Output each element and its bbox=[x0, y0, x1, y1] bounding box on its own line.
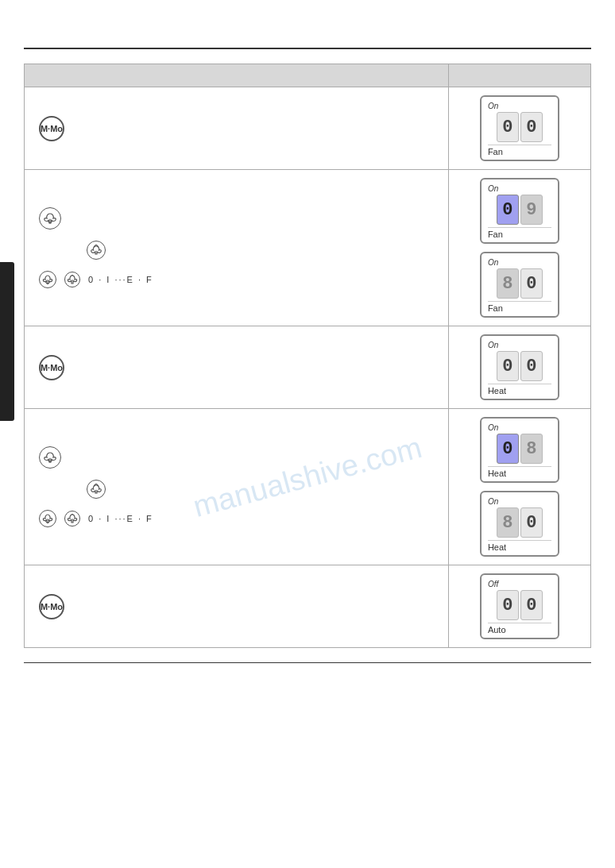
fan-down-step bbox=[39, 207, 434, 230]
row-heat-mode-right: On 0 0 Heat bbox=[448, 326, 590, 409]
lcd-digits-row-1: 0 9 bbox=[488, 195, 551, 225]
lcd-digit-1b: 9 bbox=[520, 195, 543, 225]
table-row: M·Mo On 0 0 Heat bbox=[25, 326, 591, 409]
lcd-heat-label-1: Heat bbox=[488, 466, 551, 478]
row-fan-speed-left: 0 · I ···E · F bbox=[25, 170, 449, 326]
heat-fan-down-icon[interactable] bbox=[39, 446, 61, 469]
lcd-hs2-digit-1: 8 bbox=[497, 507, 519, 538]
fan-up-step bbox=[39, 241, 434, 260]
lcd-heat-label-2: Heat bbox=[488, 540, 551, 552]
row-fan-speed-right: On 0 9 Fan On 8 0 bbox=[448, 170, 590, 326]
lcd-on-label: On bbox=[488, 102, 551, 110]
lcd-heat-digit-1: 0 bbox=[497, 351, 519, 381]
lcd-fan-speed-1: On 0 9 Fan bbox=[480, 178, 559, 244]
lcd-auto-digit-2: 0 bbox=[520, 590, 543, 620]
row-heat-mode-content: M·Mo bbox=[39, 350, 434, 385]
header-right bbox=[448, 64, 590, 87]
bottom-rule bbox=[24, 662, 591, 663]
heat-fan-down-icon-2[interactable] bbox=[39, 510, 56, 527]
lcd-auto-digit-1: 0 bbox=[497, 590, 519, 620]
row-fan-speed-content: 0 · I ···E · F bbox=[39, 204, 434, 291]
lcd-heat-digit-2: 0 bbox=[520, 351, 543, 381]
lcd-auto-mode: Off 0 0 Auto bbox=[480, 573, 559, 639]
fan-down-icon-2[interactable] bbox=[39, 271, 56, 288]
lcd-digits-heat: 0 0 bbox=[488, 351, 551, 381]
header-left bbox=[25, 64, 449, 87]
mode-button-icon-auto[interactable]: M·Mo bbox=[39, 594, 64, 619]
table-row: 0 · I ···E · F On 0 8 Heat bbox=[25, 409, 591, 565]
auto-mode-icon-row: M·Mo bbox=[39, 594, 434, 619]
row-heat-speed-left: 0 · I ···E · F bbox=[25, 409, 449, 565]
row-heat-speed-content: 0 · I ···E · F bbox=[39, 443, 434, 530]
lcd-on-label-2: On bbox=[488, 258, 551, 267]
lcd-digit-1a: 0 bbox=[497, 195, 519, 225]
mode-icon-row: M·Mo bbox=[39, 116, 434, 141]
main-table: M·Mo On 0 0 Fan bbox=[24, 64, 591, 648]
lcd-hs2-digit-2: 0 bbox=[520, 507, 543, 538]
table-row: 0 · I ···E · F On 0 9 Fan bbox=[25, 170, 591, 326]
mode-button-icon-heat[interactable]: M·Mo bbox=[39, 355, 64, 380]
heat-seq-row: 0 · I ···E · F bbox=[39, 510, 434, 527]
mode-button-icon[interactable]: M·Mo bbox=[39, 116, 64, 141]
heat-fan-up-icon[interactable] bbox=[87, 480, 106, 499]
row-auto-mode-left: M·Mo bbox=[25, 565, 449, 648]
table-header-row bbox=[25, 64, 591, 87]
lcd-hs1-digit-1: 0 bbox=[497, 434, 519, 464]
lcd-on-label-heat: On bbox=[488, 341, 551, 349]
lcd-auto-label: Auto bbox=[488, 623, 551, 635]
heat-seq-label: 0 · I ···E · F bbox=[88, 514, 153, 523]
lcd-heat-label: Heat bbox=[488, 384, 551, 395]
row-fan-mode-right: On 0 0 Fan bbox=[448, 87, 590, 170]
row-heat-mode-left: M·Mo bbox=[25, 326, 449, 409]
heat-mode-icon-row: M·Mo bbox=[39, 355, 434, 380]
lcd-hs1-digit-2: 8 bbox=[520, 434, 543, 464]
lcd-fan-speed-2: On 8 0 Fan bbox=[480, 252, 559, 318]
fan-up-icon[interactable] bbox=[87, 241, 106, 260]
heat-fan-down-step bbox=[39, 446, 434, 469]
fan-seq-row: 0 · I ···E · F bbox=[39, 271, 434, 288]
lcd-on-label-hs2: On bbox=[488, 497, 551, 506]
page: manualshive.com M·Mo O bbox=[0, 0, 615, 868]
lcd-digits-row-2: 8 0 bbox=[488, 268, 551, 299]
lcd-on-label-1: On bbox=[488, 184, 551, 193]
lcd-mode-label-fan: Fan bbox=[488, 145, 551, 156]
lcd-fan-mode: On 0 0 Fan bbox=[480, 95, 559, 161]
row-fan-mode-content: M·Mo bbox=[39, 111, 434, 146]
fan-down-icon[interactable] bbox=[39, 207, 61, 230]
heat-fan-up-icon-2[interactable] bbox=[64, 511, 80, 527]
lcd-digits-hs1: 0 8 bbox=[488, 434, 551, 464]
lcd-off-label-auto: Off bbox=[488, 580, 551, 588]
top-rule bbox=[24, 48, 591, 49]
lcd-digit-2: 0 bbox=[520, 112, 543, 142]
row-auto-mode-right: Off 0 0 Auto bbox=[448, 565, 590, 648]
lcd-heat-speed-1: On 0 8 Heat bbox=[480, 417, 559, 483]
lcd-digits-auto: 0 0 bbox=[488, 590, 551, 620]
lcd-on-label-hs1: On bbox=[488, 423, 551, 432]
row-heat-speed-right: On 0 8 Heat On 8 0 bbox=[448, 409, 590, 565]
fan-seq-label: 0 · I ···E · F bbox=[88, 275, 153, 284]
lcd-digits-row: 0 0 bbox=[488, 112, 551, 142]
row-auto-mode-content: M·Mo bbox=[39, 589, 434, 624]
lcd-fan-label-2: Fan bbox=[488, 301, 551, 313]
row-fan-mode-left: M·Mo bbox=[25, 87, 449, 170]
lcd-digit-2b: 0 bbox=[520, 268, 543, 299]
fan-up-icon-2[interactable] bbox=[64, 272, 80, 287]
table-row: M·Mo On 0 0 Fan bbox=[25, 87, 591, 170]
lcd-digits-hs2: 8 0 bbox=[488, 507, 551, 538]
lcd-heat-speed-2: On 8 0 Heat bbox=[480, 491, 559, 557]
lcd-digit-2a: 8 bbox=[497, 268, 519, 299]
lcd-digit-1: 0 bbox=[497, 112, 519, 142]
lcd-heat-mode: On 0 0 Heat bbox=[480, 334, 559, 400]
lcd-fan-label-1: Fan bbox=[488, 227, 551, 239]
side-tab bbox=[0, 262, 14, 421]
table-row: M·Mo Off 0 0 Auto bbox=[25, 565, 591, 648]
heat-fan-up-step bbox=[39, 480, 434, 499]
